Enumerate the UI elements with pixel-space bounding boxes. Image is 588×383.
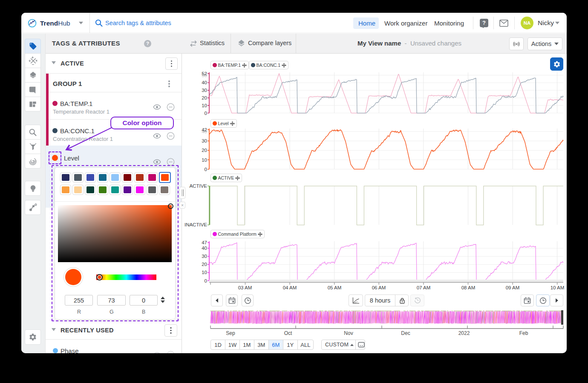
svg-text:30: 30 — [202, 88, 207, 93]
svg-text:42: 42 — [202, 127, 207, 132]
svg-text:0: 0 — [205, 111, 207, 116]
svg-text:2022: 2022 — [458, 330, 470, 336]
svg-text:20: 20 — [202, 148, 207, 153]
svg-text:40: 40 — [202, 246, 207, 251]
svg-text:10: 10 — [202, 270, 207, 275]
svg-text:0: 0 — [205, 278, 207, 283]
svg-text:Feb: Feb — [519, 330, 528, 336]
svg-text:08 AM: 08 AM — [461, 285, 476, 290]
svg-text:07 AM: 07 AM — [417, 285, 431, 290]
svg-text:ACTIVE: ACTIVE — [189, 183, 207, 189]
svg-text:09 AM: 09 AM — [506, 285, 520, 290]
svg-text:Nov: Nov — [344, 330, 353, 336]
svg-text:20: 20 — [202, 262, 207, 267]
svg-text:06 AM: 06 AM — [372, 285, 386, 290]
svg-text:30: 30 — [202, 254, 207, 259]
svg-text:47: 47 — [202, 240, 207, 245]
svg-text:Dec: Dec — [401, 330, 410, 336]
svg-text:05 AM: 05 AM — [328, 285, 342, 290]
svg-text:30: 30 — [202, 138, 207, 143]
svg-text:10: 10 — [202, 103, 207, 108]
svg-text:52: 52 — [202, 71, 207, 76]
svg-text:10: 10 — [202, 157, 207, 163]
svg-text:0: 0 — [205, 167, 207, 172]
svg-text:Oct: Oct — [284, 330, 292, 336]
svg-text:20: 20 — [202, 95, 207, 100]
svg-text:10 AM: 10 AM — [551, 285, 565, 290]
svg-text:INACTIVE: INACTIVE — [184, 222, 207, 227]
svg-text:40: 40 — [202, 80, 207, 85]
svg-text:Sep: Sep — [226, 330, 235, 336]
svg-text:03 AM: 03 AM — [238, 285, 252, 290]
svg-text:04 AM: 04 AM — [283, 285, 297, 290]
